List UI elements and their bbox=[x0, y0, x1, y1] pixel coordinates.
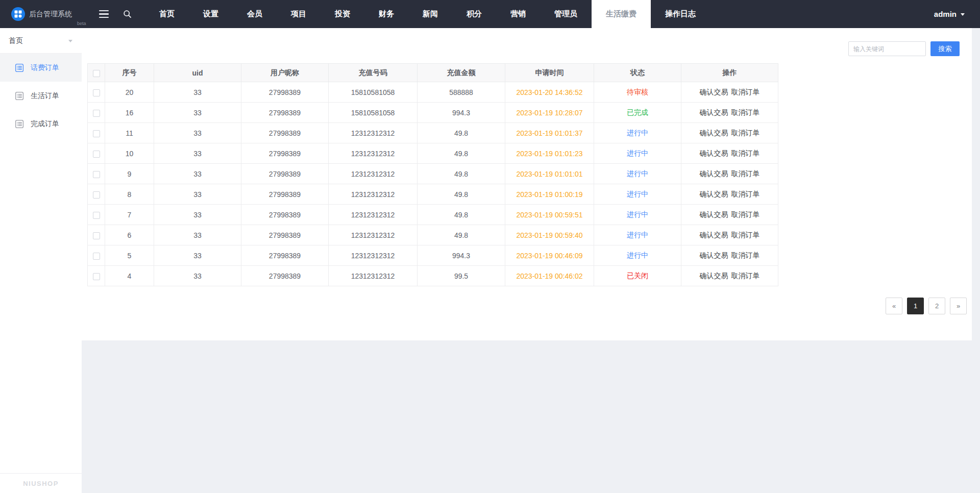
app-title-badge: beta bbox=[77, 21, 86, 28]
pagination: «12» bbox=[82, 286, 972, 314]
cancel-order-link[interactable]: 取消订单 bbox=[730, 108, 762, 116]
sidebar: 首页 话费订单 生活订单 完成订单 NIUSHOP bbox=[0, 28, 82, 493]
cancel-order-link[interactable]: 取消订单 bbox=[730, 210, 762, 218]
cell-amount: 49.8 bbox=[418, 205, 505, 225]
pagination-next-button[interactable]: » bbox=[950, 298, 967, 314]
status-badge: 待审核 bbox=[594, 82, 681, 103]
nav-item-7[interactable]: 积分 bbox=[452, 0, 496, 28]
cell-operations: 确认交易取消订单 bbox=[681, 143, 778, 164]
nav-item-10[interactable]: 生活缴费 bbox=[592, 0, 651, 28]
row-checkbox[interactable] bbox=[93, 151, 100, 158]
cancel-order-link[interactable]: 取消订单 bbox=[730, 251, 762, 259]
nav-item-1[interactable]: 设置 bbox=[189, 0, 233, 28]
cell-operations: 确认交易取消订单 bbox=[681, 123, 778, 143]
status-badge: 进行中 bbox=[594, 245, 681, 266]
status-badge: 进行中 bbox=[594, 225, 681, 245]
cancel-order-link[interactable]: 取消订单 bbox=[730, 190, 762, 198]
cell-apply-time: 2023-01-19 00:59:51 bbox=[505, 205, 594, 225]
cell-seq: 10 bbox=[105, 143, 154, 164]
cell-nickname: 27998389 bbox=[241, 184, 329, 205]
row-checkbox[interactable] bbox=[93, 130, 100, 137]
cell-operations: 确认交易取消订单 bbox=[681, 164, 778, 184]
cell-recharge-number: 15810581058 bbox=[329, 103, 418, 123]
cell-apply-time: 2023-01-19 01:00:19 bbox=[505, 184, 594, 205]
row-checkbox[interactable] bbox=[93, 232, 100, 239]
cell-amount: 99.5 bbox=[418, 266, 505, 286]
row-checkbox[interactable] bbox=[93, 191, 100, 199]
cell-seq: 6 bbox=[105, 225, 154, 245]
select-all-checkbox[interactable] bbox=[93, 70, 100, 77]
global-search-button[interactable] bbox=[115, 0, 139, 28]
cancel-order-link[interactable]: 取消订单 bbox=[730, 272, 762, 280]
search-input[interactable] bbox=[848, 41, 926, 56]
column-header-3: 充值号码 bbox=[329, 64, 418, 82]
cancel-order-link[interactable]: 取消订单 bbox=[730, 169, 762, 178]
cancel-order-link[interactable]: 取消订单 bbox=[730, 231, 762, 239]
cell-operations: 确认交易取消订单 bbox=[681, 184, 778, 205]
confirm-trade-link[interactable]: 确认交易 bbox=[698, 210, 730, 218]
confirm-trade-link[interactable]: 确认交易 bbox=[698, 149, 730, 157]
row-checkbox[interactable] bbox=[93, 110, 100, 117]
pagination-prev-button[interactable]: « bbox=[886, 298, 902, 314]
row-checkbox[interactable] bbox=[93, 273, 100, 280]
sidebar-item-1[interactable]: 生活订单 bbox=[0, 82, 82, 110]
search-button[interactable]: 搜索 bbox=[930, 41, 960, 56]
row-checkbox[interactable] bbox=[93, 212, 100, 219]
cancel-order-link[interactable]: 取消订单 bbox=[730, 149, 762, 157]
table-row: 11 33 27998389 12312312312 49.8 2023-01-… bbox=[88, 123, 778, 143]
sidebar-item-0[interactable]: 话费订单 bbox=[0, 54, 82, 82]
confirm-trade-link[interactable]: 确认交易 bbox=[698, 88, 730, 96]
cell-amount: 49.8 bbox=[418, 143, 505, 164]
cell-nickname: 27998389 bbox=[241, 164, 329, 184]
cell-amount: 588888 bbox=[418, 82, 505, 103]
logo-icon bbox=[11, 7, 25, 21]
row-checkbox[interactable] bbox=[93, 171, 100, 178]
cell-nickname: 27998389 bbox=[241, 205, 329, 225]
cell-apply-time: 2023-01-19 10:28:07 bbox=[505, 103, 594, 123]
column-header-7: 操作 bbox=[681, 64, 778, 82]
pagination-page-1[interactable]: 1 bbox=[907, 298, 924, 314]
nav-item-11[interactable]: 操作日志 bbox=[651, 0, 710, 28]
menu-toggle-button[interactable] bbox=[92, 0, 115, 28]
confirm-trade-link[interactable]: 确认交易 bbox=[698, 272, 730, 280]
cell-operations: 确认交易取消订单 bbox=[681, 245, 778, 266]
confirm-trade-link[interactable]: 确认交易 bbox=[698, 190, 730, 198]
nav-item-4[interactable]: 投资 bbox=[321, 0, 364, 28]
cell-seq: 4 bbox=[105, 266, 154, 286]
status-badge: 进行中 bbox=[594, 205, 681, 225]
table-row: 4 33 27998389 12312312312 99.5 2023-01-1… bbox=[88, 266, 778, 286]
pagination-page-2[interactable]: 2 bbox=[928, 298, 945, 314]
cell-amount: 49.8 bbox=[418, 164, 505, 184]
cell-recharge-number: 12312312312 bbox=[329, 266, 418, 286]
confirm-trade-link[interactable]: 确认交易 bbox=[698, 251, 730, 259]
cell-nickname: 27998389 bbox=[241, 123, 329, 143]
sidebar-item-2[interactable]: 完成订单 bbox=[0, 110, 82, 138]
nav-item-8[interactable]: 营销 bbox=[496, 0, 540, 28]
row-checkbox[interactable] bbox=[93, 89, 100, 96]
nav-item-2[interactable]: 会员 bbox=[233, 0, 277, 28]
cell-nickname: 27998389 bbox=[241, 245, 329, 266]
cell-recharge-number: 15810581058 bbox=[329, 82, 418, 103]
nav-item-6[interactable]: 新闻 bbox=[408, 0, 452, 28]
cell-recharge-number: 12312312312 bbox=[329, 225, 418, 245]
cell-uid: 33 bbox=[154, 245, 241, 266]
sidebar-section-toggle[interactable]: 首页 bbox=[0, 28, 82, 54]
cell-uid: 33 bbox=[154, 82, 241, 103]
confirm-trade-link[interactable]: 确认交易 bbox=[698, 169, 730, 178]
cell-apply-time: 2023-01-19 01:01:23 bbox=[505, 143, 594, 164]
cancel-order-link[interactable]: 取消订单 bbox=[730, 88, 762, 96]
cell-recharge-number: 12312312312 bbox=[329, 184, 418, 205]
nav-item-5[interactable]: 财务 bbox=[364, 0, 408, 28]
confirm-trade-link[interactable]: 确认交易 bbox=[698, 108, 730, 116]
user-menu[interactable]: admin bbox=[919, 0, 980, 28]
table-row: 8 33 27998389 12312312312 49.8 2023-01-1… bbox=[88, 184, 778, 205]
nav-item-9[interactable]: 管理员 bbox=[540, 0, 592, 28]
confirm-trade-link[interactable]: 确认交易 bbox=[698, 231, 730, 239]
nav-item-0[interactable]: 首页 bbox=[145, 0, 189, 28]
row-checkbox[interactable] bbox=[93, 253, 100, 260]
confirm-trade-link[interactable]: 确认交易 bbox=[698, 129, 730, 137]
table-row: 7 33 27998389 12312312312 49.8 2023-01-1… bbox=[88, 205, 778, 225]
hamburger-icon bbox=[99, 10, 109, 18]
cancel-order-link[interactable]: 取消订单 bbox=[730, 129, 762, 137]
nav-item-3[interactable]: 项目 bbox=[277, 0, 321, 28]
